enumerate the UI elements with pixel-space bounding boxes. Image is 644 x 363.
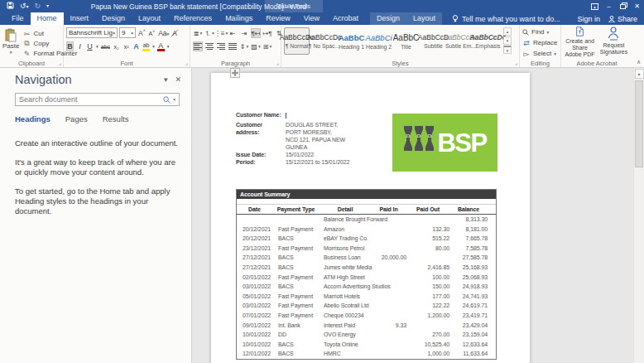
cell-paid-in[interactable]: [371, 301, 406, 311]
cell-balance[interactable]: 11,633.64: [449, 349, 488, 359]
cell-balance[interactable]: 24,619.71: [449, 301, 488, 311]
vertical-scrollbar[interactable]: ▲: [633, 68, 644, 363]
tab-table-design[interactable]: Design: [370, 12, 406, 25]
clipboard-dialog-launcher-icon[interactable]: ⌟: [59, 60, 61, 66]
font-name-combobox[interactable]: Bahnschrift Lig▾: [66, 27, 118, 38]
save-icon[interactable]: [7, 2, 14, 11]
tab-file[interactable]: File: [5, 12, 31, 25]
customer-name-row[interactable]: Customer Name:: [236, 111, 349, 119]
tab-layout[interactable]: Layout: [132, 12, 167, 25]
cell-payment-type[interactable]: BACS: [272, 263, 320, 273]
cell-balance[interactable]: 23,429.04: [449, 321, 488, 331]
font-dialog-launcher-icon[interactable]: ⌟: [185, 60, 188, 66]
issue-date-row[interactable]: Issue Date: 15/01/2022: [236, 151, 349, 158]
table-row[interactable]: 20/12/2021 Fast Payment Amazon 132.30 8,…: [237, 225, 496, 235]
cell-date[interactable]: 23/12/2021: [237, 244, 272, 254]
cell-paid-in[interactable]: [371, 234, 406, 244]
cell-date[interactable]: 10/01/2022: [237, 340, 272, 350]
ribbon-display-options-icon[interactable]: ▴: [588, 0, 602, 12]
cell-balance[interactable]: 7,665.78: [449, 234, 488, 244]
subscript-button[interactable]: x₂: [113, 44, 120, 50]
align-center-icon[interactable]: [204, 41, 214, 51]
cell-paid-out[interactable]: [406, 253, 449, 263]
italic-button[interactable]: I: [76, 42, 84, 51]
cell-paid-out[interactable]: 80.00: [406, 244, 449, 254]
cell-detail[interactable]: ATM High Street: [320, 273, 371, 283]
cell-paid-in[interactable]: [371, 292, 406, 302]
cell-detail[interactable]: Amazon: [320, 225, 371, 235]
rtl-direction-icon[interactable]: ↦¶: [262, 28, 272, 38]
collapse-ribbon-icon[interactable]: ∧: [637, 59, 641, 65]
cell-payment-type[interactable]: [272, 215, 320, 225]
table-row[interactable]: 03/01/2022 BACS Accorn Advertising Studi…: [237, 282, 496, 292]
cell-balance[interactable]: 7,585.78: [449, 244, 488, 254]
cell-balance[interactable]: 27,585.78: [449, 253, 488, 263]
cell-paid-in[interactable]: [371, 349, 406, 359]
style-heading2[interactable]: AaBbCiHeading 2: [366, 27, 392, 55]
table-row[interactable]: 23/12/2021 Fast Payment Morrisons Petrol…: [237, 244, 496, 254]
period-row[interactable]: Period: 15/12/2021 to 15/01/2022: [236, 158, 349, 166]
cell-balance[interactable]: 12,633.64: [449, 340, 488, 350]
underline-button[interactable]: U: [86, 42, 94, 51]
table-row[interactable]: 07/01/2022 Fast Payment Cheque 000234 1,…: [237, 311, 496, 321]
cell-paid-in[interactable]: [371, 330, 406, 340]
search-icon[interactable]: [163, 96, 171, 104]
style-subtitle[interactable]: AaBbCcDSubtitle: [421, 27, 446, 55]
text-effects-button[interactable]: A: [132, 42, 140, 51]
cell-date[interactable]: 03/01/2022: [237, 301, 272, 311]
decrease-indent-icon[interactable]: ⇤: [228, 28, 238, 38]
undo-icon[interactable]: ↺▾: [20, 2, 29, 11]
cell-balance[interactable]: 23,159.04: [449, 330, 488, 340]
cell-date[interactable]: [237, 215, 272, 225]
cell-detail[interactable]: Morrisons Petrol: [320, 244, 371, 254]
cell-paid-out[interactable]: 10,525.40: [406, 340, 449, 350]
cell-payment-type[interactable]: Int. Bank: [272, 321, 320, 331]
tell-me-box[interactable]: Tell me what you want to do...: [452, 12, 560, 25]
table-row[interactable]: Balance Brought Forward 8,313.30: [237, 215, 496, 225]
cell-date[interactable]: 03/01/2022: [237, 282, 272, 292]
styles-scroll-down-icon[interactable]: ▾: [503, 36, 512, 45]
cell-paid-in[interactable]: [371, 263, 406, 273]
nav-tab-pages[interactable]: Pages: [65, 114, 88, 123]
navigation-close-icon[interactable]: ✕: [175, 75, 181, 84]
cell-payment-type[interactable]: Fast Payment: [272, 225, 320, 235]
cell-balance[interactable]: 25,168.93: [449, 263, 488, 273]
cell-paid-in[interactable]: [371, 225, 406, 235]
redo-icon[interactable]: ↻: [35, 2, 41, 10]
document-page[interactable]: Customer Name: Customer address: DOUGLAS…: [211, 73, 530, 363]
customer-address-row[interactable]: Customer address: DOUGLAS STREET, PORT M…: [236, 121, 349, 151]
cell-date[interactable]: 02/01/2022: [237, 273, 272, 283]
cell-balance[interactable]: 8,181.00: [449, 225, 488, 235]
cell-payment-type[interactable]: BACS: [272, 253, 320, 263]
scrollbar-thumb[interactable]: [635, 80, 643, 167]
cell-paid-out[interactable]: 1,200.00: [406, 311, 449, 321]
cell-date[interactable]: 07/01/2022: [237, 311, 272, 321]
increase-indent-icon[interactable]: ⇥: [239, 28, 249, 38]
strikethrough-button[interactable]: abc: [101, 44, 110, 50]
cell-detail[interactable]: Balance Brought Forward: [320, 215, 371, 225]
paragraph-dialog-launcher-icon[interactable]: ⌟: [276, 60, 279, 66]
numbering-icon[interactable]: ⒈▾: [204, 28, 214, 38]
styles-more-icon[interactable]: ▾: [503, 46, 512, 54]
cell-paid-in[interactable]: [371, 273, 406, 283]
cell-date[interactable]: 09/01/2022: [237, 321, 272, 331]
search-input[interactable]: Search document ▾: [15, 93, 180, 106]
align-right-icon[interactable]: [216, 41, 226, 51]
paste-button[interactable]: Paste▾: [2, 27, 19, 58]
cell-paid-out[interactable]: 177.00: [406, 292, 449, 302]
align-left-icon[interactable]: [193, 41, 203, 51]
shrink-font-button[interactable]: A˅: [148, 29, 156, 36]
justify-icon[interactable]: [228, 41, 238, 51]
cell-paid-in[interactable]: 9.33: [371, 321, 406, 331]
table-move-handle[interactable]: [230, 68, 240, 78]
cell-date[interactable]: 12/01/2022: [237, 349, 272, 359]
cell-detail[interactable]: Business Loan: [320, 253, 371, 263]
create-share-pdf-button[interactable]: Create and Share Adobe PDF: [565, 27, 595, 58]
cell-payment-type[interactable]: BACS: [272, 340, 320, 350]
cell-detail[interactable]: Abelio Scotrail Ltd: [320, 301, 371, 311]
table-spacer-row[interactable]: [237, 199, 496, 205]
table-row[interactable]: 10/01/2022 DD OVO Energy 270.00 23,159.0…: [237, 330, 496, 340]
find-button[interactable]: Find▾: [522, 27, 558, 36]
cell-paid-out[interactable]: [406, 321, 449, 331]
cell-detail[interactable]: eBAY Trading Co.: [320, 234, 371, 244]
